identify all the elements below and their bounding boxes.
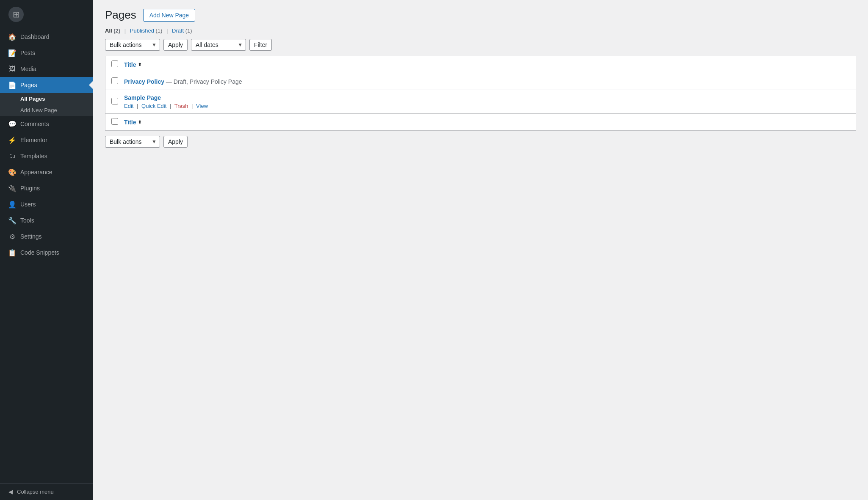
trash-action-link[interactable]: Trash xyxy=(174,103,188,109)
sidebar-item-appearance[interactable]: 🎨 Appearance xyxy=(0,164,93,180)
dates-select[interactable]: All dates xyxy=(191,39,246,51)
sidebar-logo: ⊞ xyxy=(0,0,93,29)
sidebar-item-plugins[interactable]: 🔌 Plugins xyxy=(0,180,93,196)
sidebar-item-label: Dashboard xyxy=(20,33,50,40)
sidebar-item-label: Templates xyxy=(20,153,47,159)
posts-icon: 📝 xyxy=(8,49,16,57)
media-icon: 🖼 xyxy=(8,65,16,73)
sort-icon: ⬆ xyxy=(138,62,141,67)
filter-link-draft[interactable]: Draft (1) xyxy=(172,27,192,34)
pages-table: Title ⬆ Privacy Policy — Draft, Privacy … xyxy=(105,56,856,131)
view-action-link[interactable]: View xyxy=(196,103,208,109)
comments-icon: 💬 xyxy=(8,120,16,128)
sidebar-item-pages[interactable]: 📄 Pages xyxy=(0,77,93,93)
page-header: Pages Add New Page xyxy=(105,8,856,22)
edit-action-link[interactable]: Edit xyxy=(124,103,133,109)
sidebar-nav: 🏠 Dashboard 📝 Posts 🖼 Media 📄 Pages All … xyxy=(0,29,93,483)
sidebar-item-label: Settings xyxy=(20,233,42,240)
sidebar-item-comments[interactable]: 💬 Comments xyxy=(0,116,93,132)
sidebar-item-elementor[interactable]: ⚡ Elementor xyxy=(0,132,93,148)
title-sort-link[interactable]: Title ⬆ xyxy=(124,61,850,68)
bulk-actions-select-bottom[interactable]: Bulk actions xyxy=(105,136,160,148)
appearance-icon: 🎨 xyxy=(8,168,16,176)
plugins-icon: 🔌 xyxy=(8,184,16,192)
dashboard-icon: 🏠 xyxy=(8,33,16,41)
page-title-link-sample-page[interactable]: Sample Page xyxy=(124,94,161,101)
settings-icon: ⚙ xyxy=(8,233,16,240)
row-checkbox-cell-sample-page xyxy=(105,90,119,114)
row-checkbox-privacy-policy[interactable] xyxy=(111,77,118,84)
sidebar-item-settings[interactable]: ⚙ Settings xyxy=(0,228,93,245)
sidebar-item-tools[interactable]: 🔧 Tools xyxy=(0,212,93,228)
row-actions-sample-page: Edit | Quick Edit | Trash | View xyxy=(124,103,850,109)
sidebar-item-templates[interactable]: 🗂 Templates xyxy=(0,148,93,164)
submenu-item-add-new-page[interactable]: Add New Page xyxy=(0,104,93,116)
table-header: Title ⬆ xyxy=(105,56,856,73)
dates-wrapper: All dates ▼ xyxy=(191,39,246,51)
row-title-cell-sample-page: Sample Page Edit | Quick Edit | Trash | … xyxy=(118,90,856,114)
sidebar-item-dashboard[interactable]: 🏠 Dashboard xyxy=(0,29,93,45)
tools-icon: 🔧 xyxy=(8,217,16,224)
table-footer: Title ⬆ xyxy=(105,114,856,131)
sidebar-item-code-snippets[interactable]: 📋 Code Snippets xyxy=(0,245,93,261)
sidebar-item-media[interactable]: 🖼 Media xyxy=(0,61,93,77)
filter-links: All (2) | Published (1) | Draft (1) xyxy=(105,27,856,34)
table-row: Sample Page Edit | Quick Edit | Trash | … xyxy=(105,90,856,114)
title-header-label: Title xyxy=(124,61,136,68)
table-header-row: Title ⬆ xyxy=(105,56,856,73)
pages-submenu: All Pages Add New Page xyxy=(0,93,93,116)
add-new-page-button[interactable]: Add New Page xyxy=(143,9,195,22)
sidebar-item-users[interactable]: 👤 Users xyxy=(0,196,93,212)
table-row: Privacy Policy — Draft, Privacy Policy P… xyxy=(105,73,856,90)
sidebar-item-label: Tools xyxy=(20,217,34,224)
title-column-footer: Title ⬆ xyxy=(118,114,856,131)
users-icon: 👤 xyxy=(8,201,16,208)
apply-button-top[interactable]: Apply xyxy=(163,39,188,51)
row-checkbox-sample-page[interactable] xyxy=(111,98,118,104)
sidebar-item-label: Appearance xyxy=(20,169,53,176)
page-title-link-privacy-policy[interactable]: Privacy Policy xyxy=(124,78,164,85)
main-content: Pages Add New Page All (2) | Published (… xyxy=(93,0,868,500)
sidebar-item-label: Pages xyxy=(20,82,37,88)
elementor-icon: ⚡ xyxy=(8,136,16,144)
sidebar-item-label: Users xyxy=(20,201,36,208)
page-title: Pages xyxy=(105,8,136,22)
quick-edit-action-link[interactable]: Quick Edit xyxy=(141,103,166,109)
wordpress-logo-icon: ⊞ xyxy=(8,7,24,22)
sidebar: ⊞ 🏠 Dashboard 📝 Posts 🖼 Media 📄 Pages Al… xyxy=(0,0,93,500)
sort-icon-footer: ⬆ xyxy=(138,120,141,124)
row-title-cell-privacy-policy: Privacy Policy — Draft, Privacy Policy P… xyxy=(118,73,856,90)
sidebar-item-label: Posts xyxy=(20,49,35,56)
filter-link-all[interactable]: All (2) xyxy=(105,27,120,34)
pages-icon: 📄 xyxy=(8,81,16,89)
bulk-actions-wrapper-bottom: Bulk actions ▼ xyxy=(105,136,160,148)
filter-button[interactable]: Filter xyxy=(249,39,272,51)
select-all-checkbox-footer[interactable] xyxy=(111,118,118,125)
submenu-item-all-pages[interactable]: All Pages xyxy=(0,93,93,104)
select-all-header xyxy=(105,56,119,73)
row-checkbox-cell-privacy-policy xyxy=(105,73,119,90)
bulk-actions-select-top[interactable]: Bulk actions xyxy=(105,39,160,51)
select-all-footer xyxy=(105,114,119,131)
title-column-header: Title ⬆ xyxy=(118,56,856,73)
sidebar-item-label: Media xyxy=(20,66,36,72)
sidebar-item-label: Plugins xyxy=(20,185,40,192)
bulk-actions-wrapper-top: Bulk actions ▼ xyxy=(105,39,160,51)
collapse-label: Collapse menu xyxy=(17,489,54,495)
select-all-checkbox[interactable] xyxy=(111,60,118,67)
sidebar-item-label: Elementor xyxy=(20,137,47,143)
sidebar-item-posts[interactable]: 📝 Posts xyxy=(0,45,93,61)
sidebar-item-label: Code Snippets xyxy=(20,249,59,256)
title-sort-link-footer[interactable]: Title ⬆ xyxy=(124,119,850,126)
toolbar-bottom: Bulk actions ▼ Apply xyxy=(105,136,856,148)
templates-icon: 🗂 xyxy=(8,152,16,160)
toolbar-top: Bulk actions ▼ Apply All dates ▼ Filter xyxy=(105,39,856,51)
title-footer-label: Title xyxy=(124,119,136,126)
page-row-description-privacy-policy: — Draft, Privacy Policy Page xyxy=(166,78,242,85)
code-snippets-icon: 📋 xyxy=(8,249,16,256)
sidebar-item-label: Comments xyxy=(20,121,49,127)
filter-link-published[interactable]: Published (1) xyxy=(130,27,163,34)
collapse-menu-button[interactable]: ◀ Collapse menu xyxy=(0,483,93,500)
table-footer-row: Title ⬆ xyxy=(105,114,856,131)
apply-button-bottom[interactable]: Apply xyxy=(163,136,188,148)
